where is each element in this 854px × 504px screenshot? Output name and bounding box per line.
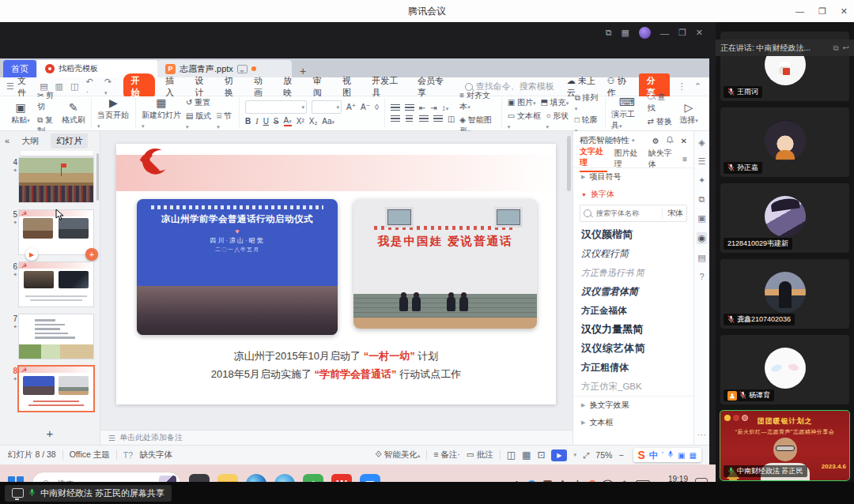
more-tools-icon[interactable]: ⋯	[697, 430, 706, 440]
bell-icon[interactable]	[667, 136, 674, 145]
missing-font-status[interactable]: 缺失字体	[139, 449, 172, 461]
active-speaker-tile[interactable]: 团团暖银计划之 “薪火炽红—志愿青声”志愿精神分享会 2023.4.6 中南财经…	[720, 411, 849, 480]
layout-switch-icon[interactable]: ⧉	[833, 43, 838, 53]
font-option[interactable]: 汉仪程行简	[581, 244, 686, 263]
docer-mall-icon[interactable]: ◈	[698, 137, 705, 148]
current-font-select[interactable]: 宋体	[662, 208, 683, 219]
textbox-button[interactable]: ▭ 文本框▾	[508, 111, 542, 130]
wps-minimize-icon[interactable]: —	[660, 28, 669, 38]
align-center-icon[interactable]	[406, 115, 413, 122]
subscript-button[interactable]: X₂	[309, 117, 318, 126]
preview-icon[interactable]: ◫	[70, 81, 78, 92]
participant-tile[interactable]: 杨谭育	[720, 335, 849, 404]
bullet-list-icon[interactable]	[391, 104, 400, 111]
section-change-font[interactable]: ▼换字体	[573, 186, 693, 203]
arrange-button[interactable]: ⧉ 排列▾	[575, 92, 599, 112]
file-menu[interactable]: ☰文件	[6, 75, 32, 99]
font-option[interactable]: 方正鲁迅行书 简	[581, 263, 686, 282]
add-slide-button[interactable]: +	[0, 427, 100, 440]
cut-button[interactable]: ✂ 剪切	[37, 90, 57, 112]
reading-icon[interactable]: ▤	[697, 253, 705, 263]
participant-tile[interactable]: 龚鑫2107402036	[720, 259, 849, 329]
close-panel-icon[interactable]: ✕	[681, 137, 687, 145]
section-button[interactable]: ⌸ 节▾	[217, 111, 233, 130]
clear-format-icon[interactable]: ◊	[375, 103, 379, 111]
reset-button[interactable]: ↺ 重置	[186, 97, 233, 108]
properties-icon[interactable]: ☰	[698, 156, 706, 167]
menu-insert[interactable]: 插入	[162, 74, 184, 100]
align-right-icon[interactable]	[419, 115, 429, 122]
comments-button[interactable]: ▭ 批注	[467, 449, 493, 461]
wps-interface-mode-icon[interactable]: ⧉	[606, 28, 612, 38]
tab-missing-fonts[interactable]: 缺失字体	[648, 148, 676, 170]
increase-indent-icon[interactable]: ⇥	[430, 103, 436, 112]
collapse-ribbon-icon[interactable]: ⌃	[694, 81, 701, 92]
paste-button[interactable]: ▣粘贴▾	[9, 102, 32, 126]
shape-button[interactable]: ○ 形状▾	[546, 111, 570, 130]
partial-slide-thumbnail[interactable]	[21, 151, 93, 156]
font-name-select[interactable]: ▾	[245, 100, 307, 114]
align-text-button[interactable]: ≡ 对齐文本▾	[459, 90, 496, 112]
image-tools-icon[interactable]: ▣	[697, 213, 705, 224]
decrease-indent-icon[interactable]: ⇤	[419, 103, 425, 112]
align-left-icon[interactable]	[391, 115, 400, 122]
menu-animation[interactable]: 动画	[251, 74, 273, 100]
effects-icon[interactable]: ✦	[698, 175, 705, 186]
screen-share-banner[interactable]: 中南财经政法 苏正民的屏幕共享	[5, 485, 172, 502]
slide-thumbnail-4[interactable]: 4✦	[2, 158, 96, 202]
tab-text-processing[interactable]: 文字处理	[580, 146, 607, 172]
theme-name[interactable]: Office 主题	[70, 449, 110, 461]
new-slide-button[interactable]: ▦新建幻灯片▾	[142, 97, 181, 130]
select-button[interactable]: ▷选择▾	[677, 102, 701, 126]
numbered-list-icon[interactable]	[405, 104, 414, 111]
wps-workspace-icon[interactable]: ▦	[622, 28, 629, 38]
strike-button[interactable]: S	[274, 117, 279, 126]
wps-restore-icon[interactable]: ❐	[678, 28, 686, 38]
find-button[interactable]: 查找	[647, 92, 672, 114]
italic-button[interactable]: I	[255, 117, 258, 126]
bold-button[interactable]: B	[245, 117, 251, 126]
line-spacing-icon[interactable]: ↕▾	[442, 103, 449, 112]
slide-caption[interactable]: 凉山州于2015年10月启动了 “一村一幼” 计划 2018年5月启动实施了 “…	[116, 348, 556, 384]
notes-button[interactable]: ≡ 备注·	[433, 449, 460, 461]
thumbnail-scrollbar[interactable]	[96, 153, 99, 201]
slide-thumbnail-8-selected[interactable]: 8✦ ☭	[2, 367, 96, 411]
chinese-mode-indicator[interactable]: 中	[649, 449, 658, 461]
font-option[interactable]: 方正粗倩体	[581, 358, 686, 377]
tab-slides[interactable]: 幻灯片	[51, 134, 88, 149]
add-slide-here-icon[interactable]: +	[85, 248, 98, 261]
layers-icon[interactable]: ⧉	[699, 194, 705, 205]
font-option[interactable]: 汉仪雪君体简	[581, 282, 686, 301]
slide-canvas[interactable]: 凉山州学前学会普通话行动启动仪式 ♥ 四川·凉山·昭觉 二〇一八年五月 我是中国…	[100, 131, 572, 445]
fit-slide-icon[interactable]: ⤢	[583, 450, 589, 461]
tab-outline[interactable]: 大纲	[16, 134, 44, 149]
format-painter-button[interactable]: ✎格式刷	[62, 102, 85, 126]
collapse-panel-icon[interactable]: «	[5, 136, 9, 145]
superscript-button[interactable]: X²	[297, 117, 304, 126]
maximize-icon[interactable]: ❐	[818, 6, 826, 17]
section-textbox[interactable]: ▶文本框	[573, 414, 693, 431]
panel-menu-icon[interactable]: ≡	[682, 155, 687, 164]
back-arrow-icon[interactable]: ↩	[843, 43, 849, 52]
menu-review[interactable]: 审阅	[310, 74, 332, 100]
justify-icon[interactable]	[433, 115, 443, 122]
underline-button[interactable]: U	[263, 117, 269, 126]
keyboard-icon[interactable]: ▣	[678, 451, 685, 460]
slide-thumbnail-5[interactable]: 5✦ ☭ ▶ +	[2, 210, 96, 254]
normal-view-icon[interactable]: ◫	[507, 449, 516, 461]
image-button[interactable]: ▣ 图片▾	[508, 97, 536, 108]
font-search-box[interactable]: 宋体	[580, 205, 687, 222]
font-option[interactable]: 方正仿宋_GBK	[581, 377, 686, 396]
slide-thumbnail-6[interactable]: 6✦ ☭	[2, 262, 96, 307]
font-option[interactable]: 汉仪力量黑简	[581, 320, 686, 339]
font-size-select[interactable]: ▾	[312, 100, 342, 114]
zoom-level[interactable]: 75%	[595, 450, 612, 460]
menu-devtools[interactable]: 开发工具	[368, 74, 407, 100]
notes-bar[interactable]: ☰ 单击此处添加备注	[100, 430, 572, 445]
help-icon[interactable]: ?	[699, 272, 704, 281]
wps-close-icon[interactable]: ✕	[696, 28, 703, 38]
undo-icon[interactable]: ↶ ·	[85, 77, 97, 96]
chevron-down-icon[interactable]: ▾	[632, 137, 635, 144]
grow-font-button[interactable]: A⁺	[346, 103, 356, 111]
minimize-icon[interactable]: —	[795, 6, 804, 16]
